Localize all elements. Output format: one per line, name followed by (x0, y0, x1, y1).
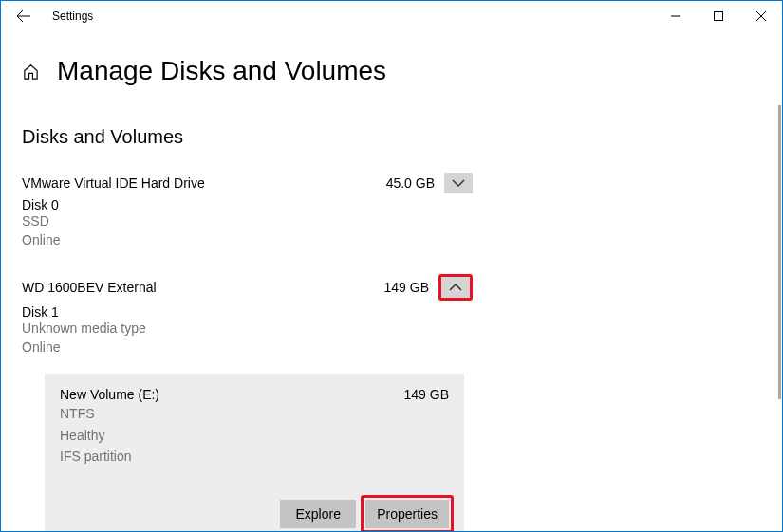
volume-filesystem: NTFS (60, 404, 449, 423)
maximize-button[interactable] (697, 1, 739, 31)
collapse-toggle[interactable] (441, 277, 470, 298)
explore-button[interactable]: Explore (280, 500, 356, 528)
section-title: Disks and Volumes (22, 126, 761, 148)
properties-button[interactable]: Properties (365, 500, 449, 528)
window-title: Settings (52, 9, 93, 23)
titlebar: Settings (1, 1, 782, 31)
disk-size: 149 GB (384, 280, 429, 295)
back-arrow-icon (16, 9, 31, 24)
disk-media: Unknown media type (22, 320, 473, 339)
page-title: Manage Disks and Volumes (57, 56, 386, 86)
home-icon[interactable] (22, 63, 40, 81)
disk-entry: VMware Virtual IDE Hard Drive 45.0 GB Di… (22, 173, 473, 249)
disk-name: VMware Virtual IDE Hard Drive (22, 175, 386, 191)
maximize-icon (714, 11, 723, 21)
disk-entry: WD 1600BEV External 149 GB Disk 1 Unknow… (22, 274, 473, 532)
expand-toggle[interactable] (444, 173, 473, 193)
minimize-button[interactable] (654, 1, 697, 31)
volume-panel: New Volume (E:) 149 GB NTFS Healthy IFS … (45, 374, 464, 532)
back-button[interactable] (9, 1, 39, 31)
disk-status: Online (22, 339, 473, 358)
disk-id: Disk 0 (22, 197, 473, 212)
svg-rect-0 (714, 12, 722, 21)
page-header: Manage Disks and Volumes (22, 56, 761, 86)
disk-name: WD 1600BEV External (22, 280, 384, 295)
close-icon (756, 11, 766, 21)
chevron-up-icon (449, 284, 462, 292)
volume-header-row: New Volume (E:) 149 GB (60, 387, 449, 402)
volume-name: New Volume (E:) (60, 387, 404, 402)
highlighted-toggle (438, 274, 473, 301)
highlighted-properties: Properties (361, 495, 454, 532)
scrollbar[interactable] (778, 105, 781, 399)
disk-header-row: VMware Virtual IDE Hard Drive 45.0 GB (22, 173, 473, 193)
close-button[interactable] (739, 1, 782, 31)
disk-id: Disk 1 (22, 304, 473, 320)
disk-media: SSD (22, 212, 473, 231)
window-controls (654, 1, 782, 31)
volume-partition: IFS partition (60, 447, 449, 466)
content-area: Manage Disks and Volumes Disks and Volum… (1, 31, 782, 532)
volume-health: Healthy (60, 426, 449, 445)
volume-actions: Explore Properties (60, 500, 449, 528)
disk-header-row: WD 1600BEV External 149 GB (22, 274, 473, 301)
volume-size: 149 GB (404, 387, 449, 402)
minimize-icon (671, 11, 680, 21)
chevron-down-icon (452, 179, 465, 188)
disk-status: Online (22, 231, 473, 250)
disk-size: 45.0 GB (386, 175, 435, 191)
